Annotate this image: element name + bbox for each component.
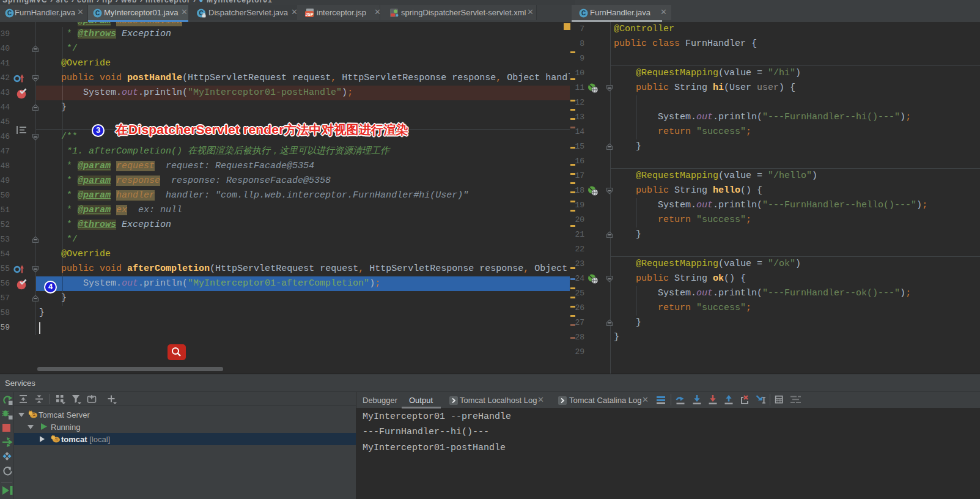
svg-text:C: C [7, 10, 12, 17]
svg-text:C: C [581, 10, 586, 17]
svg-text:JSP: JSP [305, 12, 314, 17]
svg-text:C: C [95, 10, 100, 17]
